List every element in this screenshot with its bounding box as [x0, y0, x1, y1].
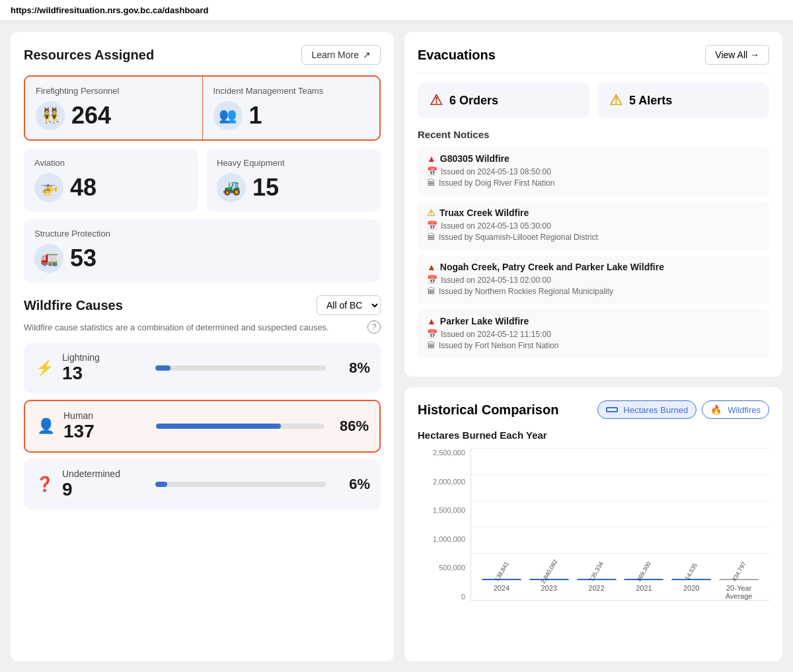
undetermined-name: Undetermined — [62, 468, 147, 479]
human-pct: 86% — [332, 418, 369, 435]
human-bar-container — [156, 424, 324, 429]
notice-name: ▲Parker Lake Wildfire — [427, 316, 760, 326]
resources-grid: Aviation 🚁 48 Heavy Equipment 🚜 15 — [24, 149, 381, 211]
bar — [671, 579, 711, 580]
y-label-0: 0 — [418, 593, 465, 601]
alerts-alert-icon: ⚠ — [609, 92, 623, 109]
heavy-value-row: 🚜 15 — [217, 173, 370, 202]
notice-date: 📅Issued on 2024-05-13 02:00:00 — [427, 275, 760, 285]
evacuations-card: Evacuations View All → ⚠ 6 Orders ⚠ 5 Al… — [404, 32, 782, 377]
bar-group: 434,797 — [719, 568, 759, 580]
heavy-label: Heavy Equipment — [217, 158, 370, 168]
causes-title: Wildfire Causes — [24, 298, 123, 313]
firefighting-count: 264 — [71, 102, 111, 130]
cause-info-lightning: Lightning 13 — [62, 352, 147, 384]
bar-value-label: 2,840,082 — [539, 558, 558, 585]
notice-issuer: 🏛Issued by Squamish-Lillooet Regional Di… — [427, 232, 760, 242]
causes-subtitle: Wildfire cause statistics are a combinat… — [24, 320, 381, 334]
aviation-label: Aviation — [34, 158, 188, 168]
bar — [577, 579, 617, 580]
incident-value-row: 👥 1 — [213, 101, 369, 130]
notice-item: ▲Parker Lake Wildfire 📅Issued on 2024-05… — [418, 309, 769, 358]
bar — [624, 579, 663, 580]
undetermined-bar — [155, 482, 167, 487]
x-label: 2020 — [671, 584, 711, 600]
wildfires-button[interactable]: 🔥 Wildfires — [702, 400, 769, 419]
evac-header: Evacuations View All → — [418, 45, 769, 73]
x-label: 2023 — [529, 584, 569, 600]
orders-card: ⚠ 6 Orders — [418, 83, 589, 118]
x-label: 2022 — [577, 584, 617, 600]
notice-issuer: 🏛Issued by Northern Rockies Regional Mun… — [427, 286, 760, 296]
cause-row-human: 👤 Human 137 86% — [24, 400, 381, 453]
hist-buttons: Hectares Burned 🔥 Wildfires — [597, 400, 769, 419]
alerts-count: 5 Alerts — [629, 94, 672, 108]
notice-issuer: 🏛Issued by Doig River First Nation — [427, 178, 760, 188]
cause-info-human: Human 137 — [63, 410, 148, 442]
bar-group: 138,841 — [482, 568, 521, 580]
y-label-500k: 500,000 — [418, 564, 465, 572]
human-bar — [156, 424, 281, 429]
notice-name: ▲Nogah Creek, Patry Creek and Parker Lak… — [427, 262, 760, 272]
view-all-label: View All → — [715, 50, 759, 60]
url-text: https://wildfiresituation.nrs.gov.bc.ca/… — [11, 5, 209, 15]
evac-stats: ⚠ 6 Orders ⚠ 5 Alerts — [418, 83, 769, 118]
y-label-1m: 1,000,000 — [418, 535, 465, 543]
lightning-icon: ⚡ — [34, 359, 54, 377]
hist-title: Historical Comparison — [418, 402, 558, 418]
notice-date: 📅Issued on 2024-05-13 05:30:00 — [427, 221, 760, 231]
learn-more-button[interactable]: Learn More ↗ — [301, 45, 381, 65]
alerts-card: ⚠ 5 Alerts — [597, 83, 769, 118]
y-label-2m: 2,000,000 — [418, 478, 465, 486]
wildfires-btn-label: Wildfires — [728, 405, 761, 415]
left-panel: Resources Assigned Learn More ↗ Firefigh… — [11, 32, 394, 661]
y-axis-labels: 0 500,000 1,000,000 1,500,000 2,000,000 … — [418, 449, 465, 620]
bar-group: 2,840,082 — [529, 568, 569, 580]
info-icon[interactable]: ? — [367, 320, 381, 334]
heavy-card: Heavy Equipment 🚜 15 — [206, 149, 381, 211]
notice-item: ▲G80305 Wildfire 📅Issued on 2024-05-13 0… — [418, 147, 769, 196]
region-select[interactable]: All of BC — [317, 295, 381, 315]
structure-label: Structure Protection — [34, 229, 370, 239]
undetermined-bar-container — [155, 482, 326, 487]
structure-icon: 🚛 — [34, 244, 63, 273]
bar — [529, 579, 569, 580]
y-label-2-5m: 2,500,000 — [418, 449, 465, 457]
lightning-bar — [155, 365, 170, 371]
causes-subtitle-text: Wildfire cause statistics are a combinat… — [24, 322, 329, 332]
bars-container: 138,8412,840,082135,334869,30014,535434,… — [471, 449, 769, 580]
y-label-1-5m: 1,500,000 — [418, 506, 465, 514]
view-all-button[interactable]: View All → — [705, 45, 769, 65]
incident-card: Incident Management Teams 👥 1 — [203, 77, 380, 139]
resources-header: Resources Assigned Learn More ↗ — [24, 45, 381, 65]
url-bar: https://wildfiresituation.nrs.gov.bc.ca/… — [0, 0, 793, 21]
notice-name: ▲G80305 Wildfire — [427, 153, 760, 164]
aviation-icon: 🚁 — [34, 173, 63, 202]
orders-alert-icon: ⚠ — [430, 92, 443, 109]
chart-inner: 138,8412,840,082135,334869,30014,535434,… — [471, 449, 769, 601]
hectares-button[interactable]: Hectares Burned — [597, 400, 697, 419]
hectares-btn-icon — [606, 407, 618, 412]
recent-notices-title: Recent Notices — [418, 129, 769, 140]
hist-header: Historical Comparison Hectares Burned 🔥 … — [418, 400, 769, 419]
x-label: 2024 — [482, 584, 521, 600]
structure-count: 53 — [70, 244, 96, 272]
orders-count: 6 Orders — [449, 94, 498, 108]
bar — [719, 579, 759, 580]
structure-card: Structure Protection 🚛 53 — [24, 219, 381, 282]
heavy-icon: 🚜 — [217, 173, 246, 202]
bar-group: 135,334 — [577, 568, 617, 580]
hectares-btn-label: Hectares Burned — [624, 405, 689, 415]
lightning-name: Lightning — [62, 352, 147, 363]
notice-item: ⚠Truax Creek Wildfire 📅Issued on 2024-05… — [418, 201, 769, 250]
human-count: 137 — [63, 421, 148, 442]
x-label: 2021 — [624, 584, 663, 600]
cause-info-undetermined: Undetermined 9 — [62, 468, 147, 500]
undetermined-count: 9 — [62, 479, 147, 500]
human-icon: 👤 — [36, 418, 56, 435]
wildfires-btn-icon: 🔥 — [710, 404, 722, 415]
x-label: 20-Year Average — [719, 584, 759, 600]
right-panel: Evacuations View All → ⚠ 6 Orders ⚠ 5 Al… — [404, 32, 782, 661]
aviation-card: Aviation 🚁 48 — [24, 149, 198, 211]
lightning-pct: 8% — [334, 359, 370, 377]
